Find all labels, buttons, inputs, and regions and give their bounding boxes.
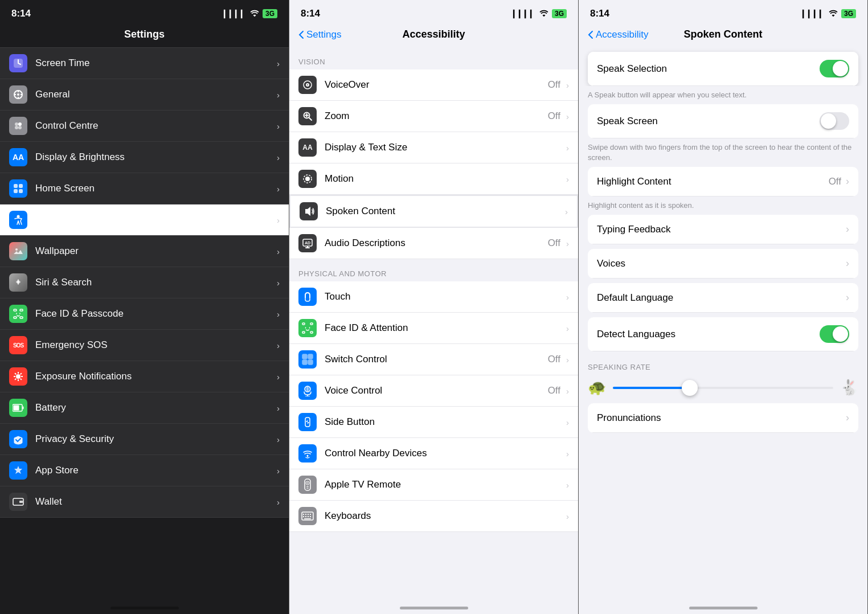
settings-item-wallet[interactable]: Wallet › [0, 486, 289, 518]
settings-item-appstore[interactable]: App Store › [0, 455, 289, 486]
wallet-content: Wallet › [35, 496, 280, 507]
settings-item-home-screen[interactable]: Home Screen › [0, 173, 289, 204]
apple-tv-chevron: › [566, 480, 569, 490]
accessibility-item-voiceover[interactable]: VoiceOver Off › [289, 69, 578, 101]
display-label: Display & Brightness [35, 152, 125, 163]
appstore-icon [9, 461, 27, 480]
settings-item-exposure[interactable]: Exposure Notifications › [0, 361, 289, 392]
back-button-3[interactable]: Accessibility [588, 29, 649, 40]
switch-control-content: Switch Control Off › [325, 354, 569, 365]
typing-feedback-card: Typing Feedback › [588, 215, 858, 244]
settings-item-face-id[interactable]: Face ID & Passcode › [0, 298, 289, 330]
signal-icon-1: ▎▎▎▎ [224, 10, 247, 18]
svg-point-38 [307, 84, 308, 85]
accessibility-item-display-text[interactable]: AA Display & Text Size › [289, 132, 578, 163]
settings-list: Screen Time › General › [0, 47, 289, 610]
spoken-content-nav: Accessibility Spoken Content [579, 24, 867, 47]
accessibility-item-face-id-att[interactable]: Face ID & Attention › [289, 313, 578, 344]
voiceover-chevron: › [566, 80, 569, 90]
face-id-att-chevron: › [566, 324, 569, 333]
control-nearby-chevron: › [566, 449, 569, 459]
accessibility-item-touch[interactable]: Touch › [289, 281, 578, 313]
voiceover-right: Off › [548, 79, 569, 91]
accessibility-item-audio-desc[interactable]: AD Audio Descriptions Off › [289, 228, 578, 259]
settings-item-control-centre[interactable]: Control Centre › [0, 110, 289, 142]
audio-desc-content: Audio Descriptions Off › [325, 238, 569, 249]
apple-tv-content: Apple TV Remote › [325, 479, 569, 490]
accessibility-item-control-nearby[interactable]: Control Nearby Devices › [289, 438, 578, 469]
speaking-rate-slider-row: 🐢 🐇 [579, 374, 867, 403]
settings-item-general[interactable]: General › [0, 79, 289, 110]
zoom-chevron: › [566, 112, 569, 121]
motion-icon [298, 170, 317, 188]
back-label-3: Accessibility [596, 29, 649, 40]
accessibility-item-zoom[interactable]: Zoom Off › [289, 101, 578, 132]
keyboards-chevron: › [566, 511, 569, 521]
accessibility-panel: 8:14 ▎▎▎▎ 3G Settings Accessibility VISI… [289, 0, 579, 614]
speak-screen-row[interactable]: Speak Screen [588, 104, 858, 138]
accessibility-item-voice-control[interactable]: Voice Control Off › [289, 375, 578, 407]
audio-desc-right: Off › [548, 238, 569, 249]
home-screen-content: Home Screen › [35, 183, 280, 194]
speak-selection-toggle[interactable] [820, 60, 849, 77]
exposure-icon [9, 367, 27, 386]
svg-rect-67 [305, 514, 306, 515]
physical-motor-header: PHYSICAL AND MOTOR [289, 259, 578, 281]
side-button-chevron: › [566, 417, 569, 427]
status-bar-2: 8:14 ▎▎▎▎ 3G [289, 0, 578, 24]
spoken-content-icon [300, 202, 318, 220]
settings-item-wallpaper[interactable]: Wallpaper › [0, 236, 289, 267]
status-icons-2: ▎▎▎▎ 3G [513, 9, 567, 19]
settings-item-privacy[interactable]: Privacy & Security › [0, 424, 289, 455]
svg-point-7 [15, 122, 18, 126]
slider-container[interactable] [613, 380, 833, 396]
accessibility-item-motion[interactable]: Motion › [289, 163, 578, 195]
detect-languages-row[interactable]: Detect Languages [588, 317, 858, 351]
apple-tv-icon [298, 476, 317, 494]
audio-desc-label: Audio Descriptions [325, 238, 406, 249]
svg-rect-52 [308, 354, 313, 359]
voices-row[interactable]: Voices › [588, 249, 858, 279]
vision-header: VISION [289, 47, 578, 69]
audio-desc-value: Off [548, 238, 560, 249]
speak-selection-row[interactable]: Speak Selection [588, 52, 858, 86]
svg-point-8 [18, 122, 22, 126]
accessibility-item-spoken-content[interactable]: Spoken Content › [289, 195, 578, 228]
slider-track [613, 387, 833, 389]
svg-rect-32 [14, 406, 19, 411]
keyboards-content: Keyboards › [325, 510, 569, 522]
settings-panel: 8:14 ▎▎▎▎ 3G Settings [0, 0, 289, 614]
settings-item-accessibility[interactable]: Accessibility › [0, 204, 289, 236]
accessibility-item-switch-control[interactable]: Switch Control Off › [289, 344, 578, 375]
settings-item-display[interactable]: AA Display & Brightness › [0, 142, 289, 173]
svg-rect-20 [14, 317, 17, 318]
battery-label: Battery [35, 402, 66, 414]
svg-point-16 [15, 248, 18, 251]
speak-screen-toggle[interactable] [820, 112, 849, 130]
detect-languages-toggle[interactable] [820, 325, 849, 343]
bottom-bar-1 [110, 607, 179, 609]
settings-item-battery[interactable]: Battery › [0, 392, 289, 424]
settings-item-screen-time[interactable]: Screen Time › [0, 47, 289, 79]
svg-rect-66 [303, 514, 304, 515]
settings-item-siri[interactable]: Siri & Search › [0, 267, 289, 298]
svg-point-59 [307, 455, 309, 457]
svg-rect-49 [302, 331, 305, 333]
slider-thumb[interactable] [682, 380, 698, 396]
pronunciations-row[interactable]: Pronunciations › [588, 403, 858, 433]
typing-feedback-chevron: › [846, 223, 849, 235]
settings-item-emergency[interactable]: SOS Emergency SOS › [0, 330, 289, 361]
svg-point-2 [17, 93, 19, 96]
touch-icon [298, 288, 317, 306]
voice-control-content: Voice Control Off › [325, 385, 569, 396]
accessibility-item-apple-tv[interactable]: Apple TV Remote › [289, 469, 578, 501]
highlight-content-row[interactable]: Highlight Content Off › [588, 167, 858, 197]
accessibility-item-side-button[interactable]: Side Button › [289, 407, 578, 438]
face-id-content: Face ID & Passcode › [35, 308, 280, 320]
accessibility-item-keyboards[interactable]: Keyboards › [289, 501, 578, 532]
default-language-row[interactable]: Default Language › [588, 283, 858, 313]
speak-selection-card: Speak Selection [588, 52, 858, 86]
back-button-2[interactable]: Settings [298, 29, 341, 40]
typing-feedback-row[interactable]: Typing Feedback › [588, 215, 858, 244]
voice-control-icon [298, 382, 317, 400]
